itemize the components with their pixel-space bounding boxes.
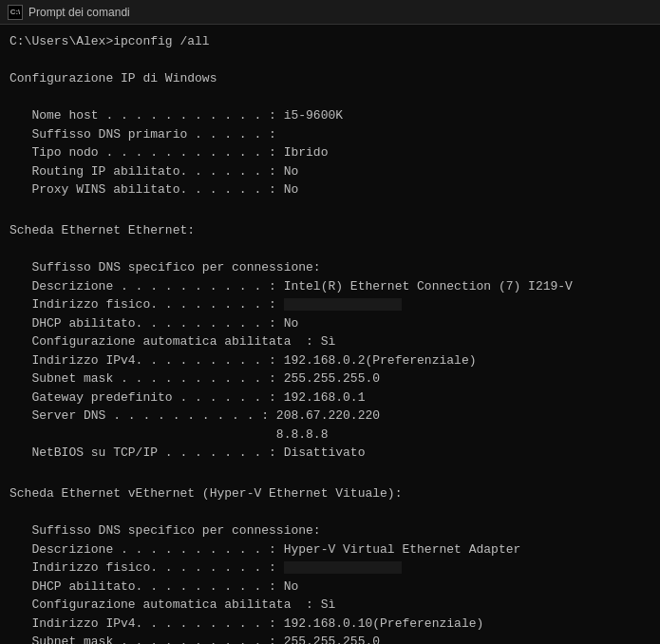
blank-4 xyxy=(9,240,651,259)
blank-6 xyxy=(9,503,651,522)
eth1-line-4: Configurazione automatica abilitata : Sì xyxy=(9,332,651,351)
eth2-line-0: Suffisso DNS specifico per connessione: xyxy=(9,521,651,540)
eth2-line-5: Indirizzo IPv4. . . . . . . . . : 192.16… xyxy=(9,615,651,634)
eth1-line-10: NetBIOS su TCP/IP . . . . . . . : Disatt… xyxy=(9,444,651,463)
config-header: Configurazione IP di Windows xyxy=(9,69,651,88)
title-bar-icon: C:\ xyxy=(8,5,23,20)
blank-1 xyxy=(9,51,651,70)
eth1-header: Scheda Ethernet Ethernet: xyxy=(9,221,651,240)
eth1-line-2: Indirizzo fisico. . . . . . . . : xyxy=(9,295,651,314)
title-bar-title: Prompt dei comandi xyxy=(28,6,130,19)
blank-2 xyxy=(9,88,651,107)
eth1-line-1: Descrizione . . . . . . . . . . : Intel(… xyxy=(9,277,651,296)
config-line-4: Proxy WINS abilitato. . . . . . : No xyxy=(9,180,651,199)
blank-5 xyxy=(9,463,651,482)
eth2-mac-redacted xyxy=(284,561,403,574)
config-line-3: Routing IP abilitato. . . . . . : No xyxy=(9,162,651,181)
eth2-line-1: Descrizione . . . . . . . . . . : Hyper-… xyxy=(9,540,651,559)
eth1-line-6: Subnet mask . . . . . . . . . . : 255.25… xyxy=(9,369,651,388)
eth2-header: Scheda Ethernet vEthernet (Hyper-V Ether… xyxy=(9,484,651,503)
eth1-line-8: Server DNS . . . . . . . . . . : 208.67.… xyxy=(9,407,651,426)
config-line-1: Suffisso DNS primario . . . . . : xyxy=(9,125,651,144)
eth1-line-9: 8.8.8.8 xyxy=(9,426,651,445)
config-line-2: Tipo nodo . . . . . . . . . . . : Ibrido xyxy=(9,143,651,162)
blank-3 xyxy=(9,199,651,218)
eth1-line-3: DHCP abilitato. . . . . . . . . : No xyxy=(9,314,651,333)
eth2-line-6: Subnet mask . . . . . . . . . . : 255.25… xyxy=(9,633,651,644)
eth1-line-0: Suffisso DNS specifico per connessione: xyxy=(9,258,651,277)
terminal-body[interactable]: C:\Users\Alex>ipconfig /all Configurazio… xyxy=(0,25,660,644)
eth2-line-3: DHCP abilitato. . . . . . . . . : No xyxy=(9,578,651,597)
cmd-icon-text: C:\ xyxy=(10,8,21,16)
title-bar: C:\ Prompt dei comandi xyxy=(0,0,660,25)
config-line-0: Nome host . . . . . . . . . . . : i5-960… xyxy=(9,106,651,125)
eth1-line-7: Gateway predefinito . . . . . . : 192.16… xyxy=(9,388,651,407)
eth1-mac-redacted xyxy=(284,298,403,311)
eth2-line-4: Configurazione automatica abilitata : Sì xyxy=(9,596,651,615)
eth1-line-5: Indirizzo IPv4. . . . . . . . . : 192.16… xyxy=(9,351,651,370)
eth2-line-2: Indirizzo fisico. . . . . . . . : xyxy=(9,559,651,578)
command-line: C:\Users\Alex>ipconfig /all xyxy=(9,32,651,51)
